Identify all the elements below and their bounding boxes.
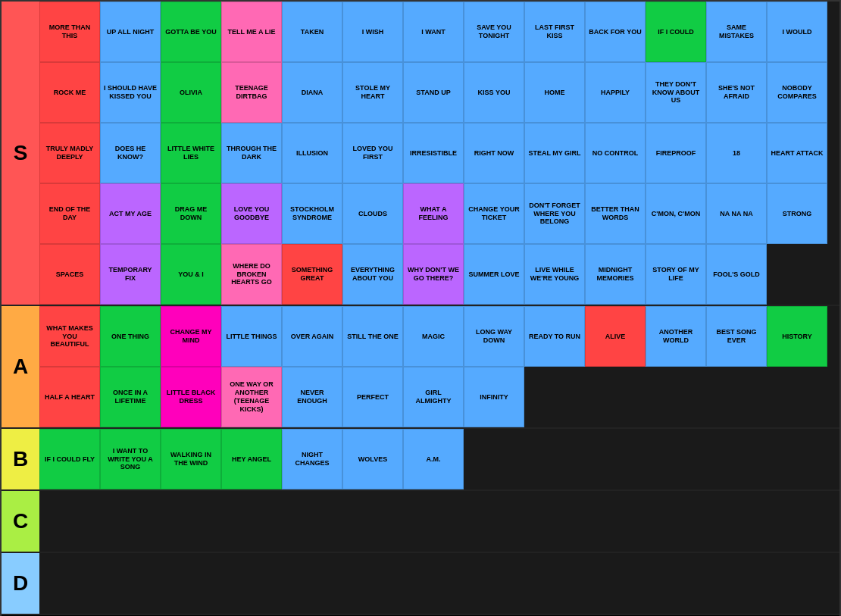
song-cell[interactable]: 18 [706,123,767,183]
empty-cell [585,429,646,489]
tier-label-C: C [2,491,39,552]
song-cell[interactable]: BETTER THAN WORDS [585,183,646,244]
song-cell[interactable]: NIGHT CHANGES [282,429,342,489]
song-cell[interactable]: WHAT A FEELING [403,183,464,244]
song-cell[interactable]: FOOL'S GOLD [706,244,767,305]
song-cell[interactable]: STOCKHOLM SYNDROME [282,183,342,244]
song-cell[interactable]: LOVE YOU GOODBYE [221,183,282,244]
song-cell[interactable]: END OF THE DAY [39,183,100,244]
song-cell[interactable]: OVER AGAIN [282,306,342,367]
song-cell[interactable]: WHAT MAKES YOU BEAUTIFUL [39,306,100,367]
song-cell[interactable]: SAME MISTAKES [706,2,767,62]
song-cell[interactable]: C'MON, C'MON [646,183,706,244]
song-cell[interactable]: BACK FOR YOU [585,2,646,62]
empty-cell [706,429,767,489]
empty-cell [706,367,767,427]
song-cell[interactable]: NA NA NA [706,183,767,244]
song-cell[interactable]: I WISH [342,2,403,62]
empty-cell [646,553,706,614]
song-cell[interactable]: SUMMER LOVE [464,244,524,305]
song-cell[interactable]: KISS YOU [464,62,524,123]
song-cell[interactable]: THROUGH THE DARK [221,123,282,183]
song-cell[interactable]: MIDNIGHT MEMORIES [585,244,646,305]
song-cell[interactable]: STAND UP [403,62,464,123]
song-cell[interactable]: TEMPORARY FIX [100,244,161,305]
song-cell[interactable]: NEVER ENOUGH [282,367,342,427]
song-cell[interactable]: HEART ATTACK [767,123,827,183]
song-cell[interactable]: TRULY MADLY DEEPLY [39,123,100,183]
song-cell[interactable]: SPACES [39,244,100,305]
song-cell[interactable]: ACT MY AGE [100,183,161,244]
song-cell[interactable]: HEY ANGEL [221,429,282,489]
song-cell[interactable]: TEENAGE DIRTBAG [221,62,282,123]
song-cell[interactable]: ALIVE [585,306,646,367]
song-cell[interactable]: FIREPROOF [646,123,706,183]
song-cell[interactable]: SHE'S NOT AFRAID [706,62,767,123]
song-cell[interactable]: NOBODY COMPARES [767,62,827,123]
song-cell[interactable]: I WANT TO WRITE YOU A SONG [100,429,161,489]
song-cell[interactable]: WALKING IN THE WIND [161,429,221,489]
song-cell[interactable]: HOME [524,62,585,123]
song-cell[interactable]: IF I COULD [646,2,706,62]
song-cell[interactable]: TAKEN [282,2,342,62]
song-cell[interactable]: MAGIC [403,306,464,367]
song-cell[interactable]: ILLUSION [282,123,342,183]
song-cell[interactable]: WOLVES [342,429,403,489]
song-cell[interactable]: DON'T FORGET WHERE YOU BELONG [524,183,585,244]
song-cell[interactable]: I WOULD [767,2,827,62]
song-cell[interactable]: READY TO RUN [524,306,585,367]
song-cell[interactable]: BEST SONG EVER [706,306,767,367]
song-cell[interactable]: INFINITY [464,367,524,427]
song-cell[interactable]: PERFECT [342,367,403,427]
song-cell[interactable]: WHY DON'T WE GO THERE? [403,244,464,305]
song-cell[interactable]: GIRL ALMIGHTY [403,367,464,427]
song-cell[interactable]: CHANGE MY MIND [161,306,221,367]
song-cell[interactable]: ONE WAY OR ANOTHER (TEENAGE KICKS) [221,367,282,427]
song-cell[interactable]: THEY DON'T KNOW ABOUT US [646,62,706,123]
song-cell[interactable]: HALF A HEART [39,367,100,427]
song-cell[interactable]: OLIVIA [161,62,221,123]
song-cell[interactable]: HAPPILY [585,62,646,123]
song-cell[interactable]: IF I COULD FLY [39,429,100,489]
song-cell[interactable]: LITTLE WHITE LIES [161,123,221,183]
song-cell[interactable]: UP ALL NIGHT [100,2,161,62]
song-cell[interactable]: IRRESISTIBLE [403,123,464,183]
song-cell[interactable]: GOTTA BE YOU [161,2,221,62]
song-cell[interactable]: DOES HE KNOW? [100,123,161,183]
song-cell[interactable]: MORE THAN THIS [39,2,100,62]
song-cell[interactable]: ONE THING [100,306,161,367]
song-cell[interactable]: LOVED YOU FIRST [342,123,403,183]
song-cell[interactable]: SAVE YOU TONIGHT [464,2,524,62]
song-cell[interactable]: YOU & I [161,244,221,305]
song-cell[interactable]: RIGHT NOW [464,123,524,183]
empty-cell [464,491,524,552]
song-cell[interactable]: TELL ME A LIE [221,2,282,62]
song-cell[interactable]: LIVE WHILE WE'RE YOUNG [524,244,585,305]
song-cell[interactable]: A.M. [403,429,464,489]
empty-cell [524,367,585,427]
song-cell[interactable]: ONCE IN A LIFETIME [100,367,161,427]
song-cell[interactable]: STORY OF MY LIFE [646,244,706,305]
song-cell[interactable]: EVERYTHING ABOUT YOU [342,244,403,305]
song-cell[interactable]: WHERE DO BROKEN HEARTS GO [221,244,282,305]
song-cell[interactable]: DRAG ME DOWN [161,183,221,244]
song-cell[interactable]: LONG WAY DOWN [464,306,524,367]
song-cell[interactable]: LAST FIRST KISS [524,2,585,62]
song-cell[interactable]: SOMETHING GREAT [282,244,342,305]
song-cell[interactable]: CHANGE YOUR TICKET [464,183,524,244]
song-cell[interactable]: I WANT [403,2,464,62]
song-cell[interactable]: CLOUDS [342,183,403,244]
song-cell[interactable]: STILL THE ONE [342,306,403,367]
empty-cell [767,244,827,305]
song-cell[interactable]: DIANA [282,62,342,123]
song-cell[interactable]: HISTORY [767,306,827,367]
song-cell[interactable]: LITTLE BLACK DRESS [161,367,221,427]
song-cell[interactable]: ANOTHER WORLD [646,306,706,367]
song-cell[interactable]: I SHOULD HAVE KISSED YOU [100,62,161,123]
song-cell[interactable]: ROCK ME [39,62,100,123]
song-cell[interactable]: LITTLE THINGS [221,306,282,367]
song-cell[interactable]: STEAL MY GIRL [524,123,585,183]
song-cell[interactable]: STOLE MY HEART [342,62,403,123]
song-cell[interactable]: STRONG [767,183,827,244]
song-cell[interactable]: NO CONTROL [585,123,646,183]
